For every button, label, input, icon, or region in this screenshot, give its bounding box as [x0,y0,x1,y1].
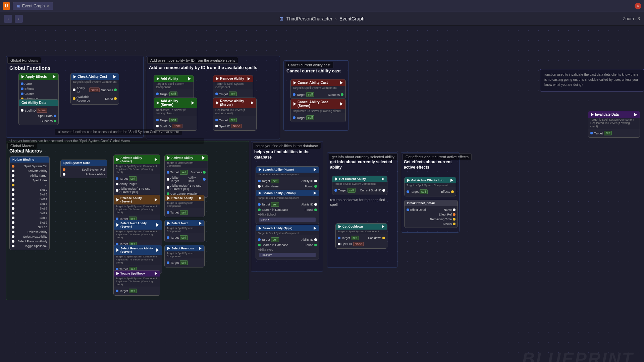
select-prev-node[interactable]: Select Previous Target is Spell System C… [164,245,205,267]
ue-logo: U [3,2,10,10]
add-ability-sub: Target is Spell System Component [154,82,194,89]
exec-pin-left [21,75,24,78]
activate-ability-node[interactable]: Activate Ability Target is Spell System … [164,155,208,198]
select-next-node[interactable]: Select Next Target is Spell System Compo… [164,220,205,242]
release-ability-server-sub: Target is Spell System ComponentReplicat… [114,204,160,215]
blueprint-watermark: BLUEPRINT [522,349,634,362]
remove-ability-server-header: Remove Ability (Server) [213,98,256,108]
cancel-ability-cast-server-header: Cancel Ability Cast (Server) [291,99,345,109]
get-active-effects-header: Get Active Effects Info [405,177,456,183]
activate-ability-server-header: Activate Ability (Server) [114,155,160,164]
get-cooldown-sub: Target is Spell System Component [336,230,387,234]
server-note-2: all server functions can be accessed und… [6,138,204,144]
search-ability-name-sub: Target is Spell System Component [256,173,319,177]
nav-bar: ‹ › ⊞ ThirdPersonCharacter › EventGraph … [0,12,644,25]
geteffects-title: Get effects about current active effects [404,160,459,170]
cancel-title: Cancel current ability cast [286,68,341,73]
cancel-ability-cast-server-node[interactable]: Cancel Ability Cast (Server) Replicated … [290,99,346,122]
get-current-ability-node[interactable]: Get Current Ability Target is Spell Syst… [332,176,387,195]
search-ability-type-header: Search Ability (Type) [256,225,319,231]
activate-ability-server-node[interactable]: Activate Ability (Server) Target is Spel… [113,155,160,201]
ability-school-dropdown[interactable]: Earth ▾ [259,218,316,222]
check-ability-cost-node[interactable]: Check Ability Cost Target is Spell Syste… [70,73,119,105]
select-prev-server-node[interactable]: Select Previous Ability (Server) Target … [113,245,162,274]
getcooldown-title: returns cooldown for the specified spell [330,197,394,207]
cancel-ability-cast-node[interactable]: Cancel Ability Cast Target is Spell Syst… [290,79,346,99]
remove-ability-sub: Target is Spell System Component [213,82,253,89]
global-macros-title: Global Macros [9,148,42,154]
close-button[interactable]: × [635,3,641,9]
toggle-spellbook-server-node[interactable]: Toggle Spellbook Target is Spell System … [113,270,160,296]
cancel-ability-cast-sub: Target is Spell System Component [291,86,345,90]
add-remove-label: Add or remove ability by ID from the ava… [150,58,235,62]
window-controls: × [635,3,641,9]
hotbar-binding-node[interactable]: Hotbar Binding Spell System Ref Activate… [9,156,50,250]
forward-button[interactable]: › [15,15,23,23]
search-comment: helps you find abilities in the database [253,142,321,149]
select-next-server-sub: Target is Spell System ComponentReplicat… [114,230,162,240]
select-next-server-header: Select Next Ability (Server) [114,220,162,230]
release-ability-server-node[interactable]: Release Ability (Server) Target is Spell… [113,195,160,224]
cancel-ability-cast-server-sub: Replicated To Server (if owning client) [291,109,345,113]
search-ability-name-header: Search Ability (Name) [256,167,319,173]
select-prev-server-header: Select Previous Ability (Server) [114,245,162,255]
release-ability-header: Release Ability [165,195,204,201]
remove-ability-server-sub: Replicated To Server (if owning client) [213,108,256,116]
global-functions-comment: Global Functions [7,57,41,64]
get-ability-data-header: Get Ability Data [19,100,58,106]
check-ability-cost-body: Ability ID None Success Available Resour… [71,84,119,104]
get-active-effects-node[interactable]: Get Active Effects Info Target is Spell … [404,177,456,196]
back-button[interactable]: ‹ [4,15,12,23]
blueprint-canvas[interactable]: Global Functions Add or remove ability b… [0,25,644,362]
add-remove-comment: Add or remove ability by ID from the ava… [147,57,238,64]
add-ability-server-node[interactable]: Add Ability (Server) Replicated To Serve… [154,98,197,131]
event-graph-tab[interactable]: ⊞ Event Graph × [13,2,53,10]
add-ability-server-header: Add Ability (Server) [154,98,197,108]
break-effect-detail-node[interactable]: Break Effect_Detail Effect DetailName Ef… [404,200,458,228]
cancel-ability-cast-header: Cancel Ability Cast [291,79,345,86]
search-ability-school-node[interactable]: Search Ability (School) Target is Spell … [256,190,319,224]
break-effect-detail-header: Break Effect_Detail [405,200,458,206]
invalidate-data-sub: Target is Spell System ComponentReplicat… [588,118,640,129]
get-current-ability-header: Get Current Ability [332,176,387,182]
get-cooldown-node[interactable]: Get Cooldown Target is Spell System Comp… [335,223,387,249]
search-title: helps you find abilities in the database [254,149,321,160]
breadcrumb-current: EventGraph [339,16,365,21]
exec-pin-right [53,75,56,78]
search-ability-type-node[interactable]: Search Ability (Type) Target is Spell Sy… [256,225,319,259]
search-ability-type-sub: Target is Spell System Component [256,231,319,235]
spell-system-core-header: Spell System Core [61,160,107,166]
search-label: helps you find abilities in the database [256,144,318,148]
breadcrumb-root[interactable]: ThirdPersonCharacter [286,16,332,21]
spell-system-core-node[interactable]: Spell System Core Spell System Ref Activ… [60,160,107,178]
activate-ability-sub: Target is Spell System Component [165,161,208,168]
select-prev-sub: Target is Spell System Component [165,251,204,258]
exec-pin-right [113,75,116,78]
cancel-desc-box: function used to invalidate the cast dat… [540,69,644,92]
apply-effects-node[interactable]: Apply Effects Actor Effects Caster Effec… [18,73,59,103]
release-ability-sub: Target is Spell System Component [165,201,204,208]
release-ability-node[interactable]: Release Ability Target is Spell System C… [164,195,205,217]
remove-ability-server-node[interactable]: Remove Ability (Server) Replicated To Se… [213,98,257,131]
activate-ability-header: Activate Ability [165,155,208,161]
toggle-spellbook-server-header: Toggle Spellbook [114,270,160,277]
activate-ability-server-sub: Target is Spell System ComponentReplicat… [114,164,160,174]
global-macros-label: Global Macros [10,144,34,148]
cancel-label: Cancel current ability cast [288,63,330,67]
ability-type-dropdown[interactable]: Healing ▾ [259,253,316,257]
tab-close[interactable]: × [47,4,49,8]
breadcrumb-separator: › [335,16,337,21]
tab-icon: ⊞ [17,4,20,8]
search-ability-school-sub: Target is Spell System Component [256,196,319,200]
get-cooldown-header: Get Cooldown [336,224,387,230]
get-ability-data-node[interactable]: Get Ability Data Spell ID None Spell Dat… [18,99,59,125]
invalidate-data-node[interactable]: Invalidate Data Target is Spell System C… [588,111,640,138]
select-prev-server-sub: Target is Spell System ComponentReplicat… [114,255,162,265]
get-current-ability-sub: Target is Spell System Component [332,182,387,186]
get-ability-data-body: Spell ID None Spell Data Success [19,106,58,125]
global-functions-label: Global Functions [10,58,38,62]
select-next-server-node[interactable]: Select Next Ability (Server) Target is S… [113,220,162,249]
select-prev-header: Select Previous [165,245,204,251]
getinfo-label: get info about currently selected abilit… [332,155,394,159]
check-ability-cost-sub: Target is Spell System Component [71,80,119,84]
